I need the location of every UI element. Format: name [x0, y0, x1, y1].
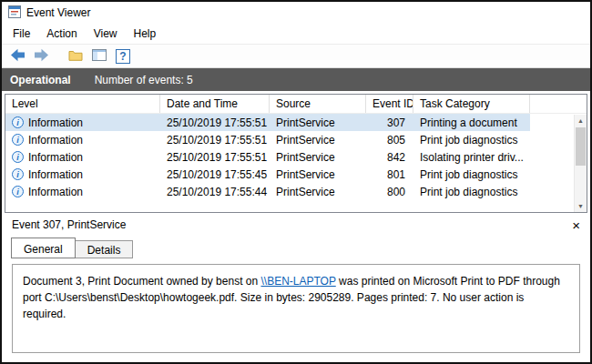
information-icon [12, 151, 24, 163]
source-cell: PrintService [270, 166, 366, 183]
event-message: Document 3, Print Document owned by bens… [12, 264, 580, 353]
menu-action[interactable]: Action [38, 24, 85, 44]
tab-general[interactable]: General [11, 238, 76, 258]
scroll-up-button[interactable] [575, 115, 587, 126]
vertical-scrollbar[interactable] [574, 115, 587, 212]
column-header-taskcategory[interactable]: Task Category [413, 95, 530, 113]
information-icon [12, 186, 24, 197]
event-detail-pane: Event 307, PrintService × General Detail… [2, 213, 590, 362]
source-cell: PrintService [270, 183, 366, 200]
back-button[interactable] [7, 46, 27, 66]
level-label: Information [28, 134, 83, 147]
help-button[interactable]: ? [113, 46, 133, 66]
view-name: Operational [10, 74, 71, 86]
information-icon [12, 134, 24, 146]
event-id-cell: 842 [366, 148, 413, 166]
table-row[interactable]: Information 25/10/2019 17:55:44 PrintSer… [5, 183, 587, 200]
table-row[interactable]: Information 25/10/2019 17:55:45 PrintSer… [5, 166, 587, 183]
open-saved-log-button[interactable] [66, 46, 86, 66]
source-cell: PrintService [270, 114, 366, 131]
table-row[interactable]: Information 25/10/2019 17:55:51 PrintSer… [5, 114, 587, 131]
level-label: Information [28, 151, 83, 164]
event-id-cell: 307 [366, 114, 413, 131]
back-arrow-icon [10, 48, 26, 65]
forward-button[interactable] [31, 46, 51, 66]
tab-details[interactable]: Details [75, 240, 134, 258]
datetime-cell: 25/10/2019 17:55:51 [160, 148, 270, 166]
level-label: Information [28, 116, 83, 129]
event-id-cell: 805 [366, 131, 413, 148]
datetime-cell: 25/10/2019 17:55:44 [160, 183, 270, 200]
datetime-cell: 25/10/2019 17:55:45 [160, 166, 270, 183]
title-bar: Event Viewer [2, 2, 590, 24]
show-console-tree-button[interactable] [89, 46, 109, 66]
column-header-blank [530, 95, 587, 113]
scroll-down-button[interactable] [575, 200, 587, 212]
task-category-cell: Print job diagnostics [413, 166, 530, 183]
app-icon [8, 5, 21, 21]
task-category-cell: Print job diagnostics [413, 183, 530, 200]
source-cell: PrintService [270, 148, 366, 166]
information-icon [12, 116, 24, 128]
level-label: Information [28, 168, 83, 181]
column-header-source[interactable]: Source [270, 95, 366, 113]
column-headers: Level Date and Time Source Event ID Task… [5, 95, 587, 114]
column-header-datetime[interactable]: Date and Time [160, 95, 270, 113]
source-cell: PrintService [270, 131, 366, 148]
events-count: Number of events: 5 [95, 74, 193, 86]
event-list: Level Date and Time Source Event ID Task… [5, 94, 587, 213]
detail-header: Event 307, PrintService × [2, 213, 590, 237]
datetime-cell: 25/10/2019 17:55:51 [160, 114, 270, 131]
task-category-cell: Isolating printer driv... [413, 148, 530, 166]
computer-name-link[interactable]: \\BEN-LAPTOP [260, 275, 335, 288]
task-category-cell: Printing a document [413, 114, 530, 131]
toolbar: ? [2, 44, 590, 68]
table-row[interactable]: Information 25/10/2019 17:55:51 PrintSer… [5, 131, 587, 148]
detail-title: Event 307, PrintService [12, 218, 126, 231]
datetime-cell: 25/10/2019 17:55:51 [160, 131, 270, 148]
column-header-level[interactable]: Level [5, 95, 160, 113]
help-icon: ? [116, 49, 130, 64]
column-header-eventid[interactable]: Event ID [366, 95, 413, 113]
scrollbar-thumb[interactable] [576, 127, 586, 166]
event-id-cell: 801 [366, 166, 413, 183]
menu-view[interactable]: View [86, 24, 126, 44]
console-tree-icon [92, 49, 107, 64]
task-category-cell: Print job diagnostics [413, 131, 530, 148]
close-icon[interactable]: × [572, 218, 580, 232]
forward-arrow-icon [34, 48, 49, 65]
event-id-cell: 800 [366, 183, 413, 200]
detail-tabs: General Details [2, 237, 590, 258]
menu-help[interactable]: Help [126, 24, 165, 44]
folder-icon [68, 49, 83, 64]
menu-file[interactable]: File [5, 24, 38, 44]
level-label: Information [28, 186, 83, 198]
view-header: Operational Number of events: 5 [2, 68, 590, 91]
information-icon [12, 168, 24, 180]
window-title: Event Viewer [26, 6, 90, 19]
menu-bar: File Action View Help [2, 24, 590, 44]
table-row[interactable]: Information 25/10/2019 17:55:51 PrintSer… [5, 148, 587, 166]
message-text-before: Document 3, Print Document owned by bens… [23, 275, 260, 288]
event-viewer-window: Event Viewer File Action View Help [0, 0, 592, 364]
